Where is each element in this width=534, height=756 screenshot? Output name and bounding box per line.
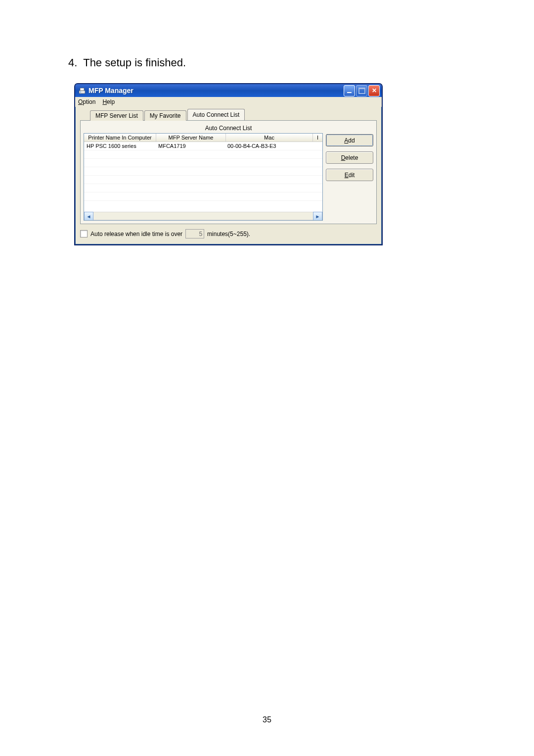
table-row[interactable]: HP PSC 1600 series MFCA1719 00-00-B4-CA-… bbox=[84, 142, 322, 150]
auto-release-checkbox[interactable] bbox=[80, 230, 88, 237]
tab-mfp-server-list[interactable]: MFP Server List bbox=[90, 110, 143, 121]
side-buttons: Add Delete Edit bbox=[326, 133, 373, 221]
column-extra[interactable]: I bbox=[313, 134, 322, 142]
minimize-button[interactable] bbox=[344, 85, 355, 96]
page-number: 35 bbox=[0, 715, 534, 724]
listview-headers[interactable]: Printer Name In Computer MFP Server Name… bbox=[84, 134, 322, 142]
delete-button[interactable]: Delete bbox=[326, 151, 373, 164]
add-button[interactable]: Add bbox=[326, 134, 373, 146]
svg-rect-1 bbox=[80, 88, 84, 91]
scroll-right-button[interactable]: ► bbox=[313, 212, 322, 221]
tab-auto-connect-list[interactable]: Auto Connect List bbox=[187, 109, 245, 120]
auto-release-row: Auto release when idle time is over minu… bbox=[80, 229, 377, 238]
menu-option[interactable]: Option bbox=[78, 98, 95, 105]
idle-minutes-input[interactable] bbox=[185, 229, 204, 238]
window-controls bbox=[344, 85, 380, 96]
svg-rect-0 bbox=[79, 91, 85, 94]
titlebar[interactable]: MFP Manager bbox=[75, 84, 382, 97]
document-instruction: 4. The setup is finished. bbox=[68, 56, 186, 69]
scroll-track[interactable] bbox=[93, 212, 313, 220]
mfp-manager-window: MFP Manager Option Help MFP Server List … bbox=[74, 83, 383, 245]
auto-release-suffix: minutes(5~255). bbox=[207, 231, 250, 237]
cell-mac: 00-00-B4-CA-B3-E3 bbox=[225, 142, 312, 149]
tab-panel-auto-connect: Auto Connect List Printer Name In Comput… bbox=[80, 120, 377, 224]
column-printer-name[interactable]: Printer Name In Computer bbox=[84, 134, 156, 142]
menubar: Option Help bbox=[75, 97, 382, 107]
horizontal-scrollbar[interactable]: ◄ ► bbox=[84, 212, 322, 220]
listview-body: HP PSC 1600 series MFCA1719 00-00-B4-CA-… bbox=[84, 142, 322, 209]
scroll-left-button[interactable]: ◄ bbox=[84, 212, 93, 221]
group-label: Auto Connect List bbox=[84, 125, 373, 132]
cell-server-name: MFCA1719 bbox=[156, 142, 225, 149]
menu-help[interactable]: Help bbox=[102, 98, 115, 105]
close-button[interactable] bbox=[368, 85, 380, 96]
caption-text: The setup is finished. bbox=[83, 56, 186, 69]
column-server-name[interactable]: MFP Server Name bbox=[156, 134, 226, 142]
maximize-button[interactable] bbox=[356, 85, 367, 96]
window-title: MFP Manager bbox=[89, 87, 344, 94]
auto-connect-listview[interactable]: Printer Name In Computer MFP Server Name… bbox=[84, 133, 323, 221]
cell-extra bbox=[312, 145, 322, 146]
tab-my-favorite[interactable]: My Favorite bbox=[144, 110, 186, 121]
tabstrip: MFP Server List My Favorite Auto Connect… bbox=[90, 109, 377, 120]
caption-number: 4. bbox=[68, 56, 77, 69]
edit-button[interactable]: Edit bbox=[326, 169, 373, 181]
column-mac[interactable]: Mac bbox=[226, 134, 313, 142]
auto-release-label: Auto release when idle time is over bbox=[90, 231, 182, 237]
cell-printer-name: HP PSC 1600 series bbox=[84, 142, 156, 149]
app-icon bbox=[78, 87, 86, 94]
svg-point-2 bbox=[80, 92, 81, 93]
